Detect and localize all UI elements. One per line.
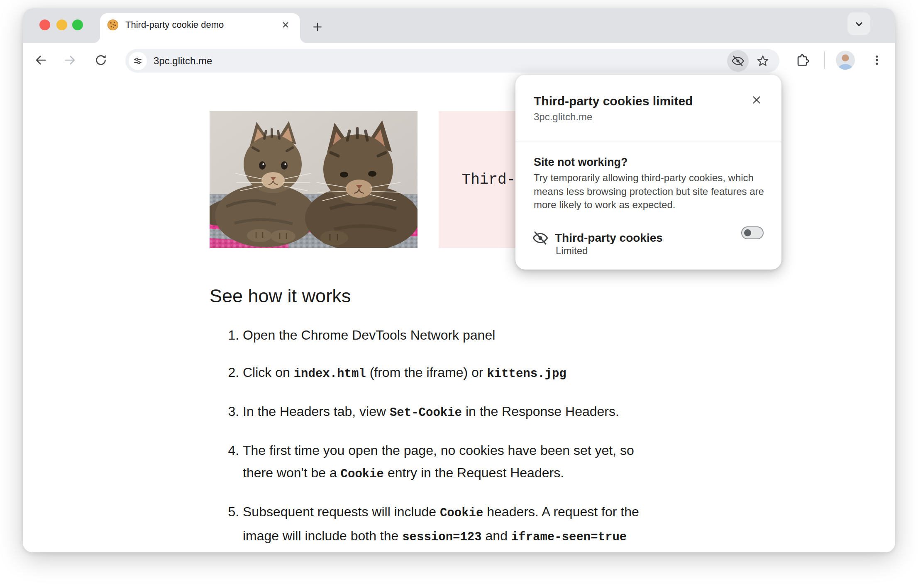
how-it-works-step: Click on index.html (from the iframe) or… xyxy=(243,361,649,385)
step-text: Subsequent requests will include xyxy=(243,504,440,519)
third-party-cookies-popup: Third-party cookies limited 3pc.glitch.m… xyxy=(515,75,781,270)
url-text[interactable]: 3pc.glitch.me xyxy=(154,55,727,67)
popup-close-icon[interactable] xyxy=(748,91,765,109)
browser-window: Third-party cookie demo xyxy=(23,8,895,552)
popup-divider xyxy=(515,141,781,141)
profile-avatar[interactable] xyxy=(836,51,855,70)
back-icon[interactable] xyxy=(33,52,49,68)
popup-title: Third-party cookies limited xyxy=(534,94,693,108)
kittens-photo xyxy=(210,111,417,248)
tab-strip: Third-party cookie demo xyxy=(23,8,895,43)
page-heading: See how it works xyxy=(210,283,351,309)
extensions-icon[interactable] xyxy=(793,51,812,70)
step-text: In the Headers tab, view xyxy=(243,404,390,419)
bookmark-star-icon[interactable] xyxy=(754,52,772,70)
how-it-works-step: In the Headers tab, view Set-Cookie in t… xyxy=(243,400,649,424)
toolbar-separator xyxy=(824,51,825,69)
address-bar[interactable]: 3pc.glitch.me xyxy=(125,49,779,73)
popup-site: 3pc.glitch.me xyxy=(534,111,592,123)
cookie-favicon xyxy=(107,19,119,31)
inline-code: iframe-seen=true xyxy=(511,530,627,544)
toolbar: 3pc.glitch.me xyxy=(23,43,895,76)
how-it-works-list: Open the Chrome DevTools Network panelCl… xyxy=(210,324,649,552)
step-text: in the Response Headers. xyxy=(462,404,619,419)
how-it-works-step: Subsequent requests will include Cookie … xyxy=(243,501,649,552)
inline-code: index.html xyxy=(294,367,366,381)
tab-search-chevron-icon[interactable] xyxy=(847,12,870,35)
how-it-works-step: Open the Chrome DevTools Network panel xyxy=(243,324,649,346)
inline-code: Cookie xyxy=(341,467,384,481)
step-text: Click on xyxy=(243,365,294,380)
traffic-light-minimize[interactable] xyxy=(56,19,67,30)
toggle-knob xyxy=(744,229,751,236)
forward-icon[interactable] xyxy=(62,52,78,68)
kebab-menu-icon[interactable] xyxy=(867,51,886,70)
site-settings-icon[interactable] xyxy=(129,52,147,70)
step-text: (from the iframe) or xyxy=(366,365,487,380)
inline-code: Set-Cookie xyxy=(390,406,462,420)
popup-section-heading: Site not working? xyxy=(534,156,628,169)
how-it-works-step: The first time you open the page, no coo… xyxy=(243,439,649,486)
eye-off-icon xyxy=(532,230,549,246)
third-party-cookies-toggle[interactable] xyxy=(741,226,764,239)
traffic-light-zoom[interactable] xyxy=(72,19,83,30)
step-text: Open the Chrome DevTools Network panel xyxy=(243,328,495,343)
inline-code: kittens.jpg xyxy=(487,367,566,381)
tab-title: Third-party cookie demo xyxy=(125,19,279,30)
popup-section-body: Try temporarily allowing third-party coo… xyxy=(534,171,767,212)
popup-toggle-status: Limited xyxy=(556,245,588,257)
tab-close-icon[interactable] xyxy=(279,19,292,31)
popup-toggle-label: Third-party cookies xyxy=(555,231,663,245)
step-text: entry in the Request Headers. xyxy=(384,465,564,480)
new-tab-icon[interactable] xyxy=(309,19,326,35)
traffic-light-close[interactable] xyxy=(39,19,50,30)
reload-icon[interactable] xyxy=(93,52,109,68)
inline-code: Cookie xyxy=(440,506,483,520)
active-tab[interactable]: Third-party cookie demo xyxy=(100,13,300,43)
step-text: and xyxy=(482,528,511,543)
inline-code: session=123 xyxy=(402,530,481,544)
eye-off-icon[interactable] xyxy=(727,50,749,72)
